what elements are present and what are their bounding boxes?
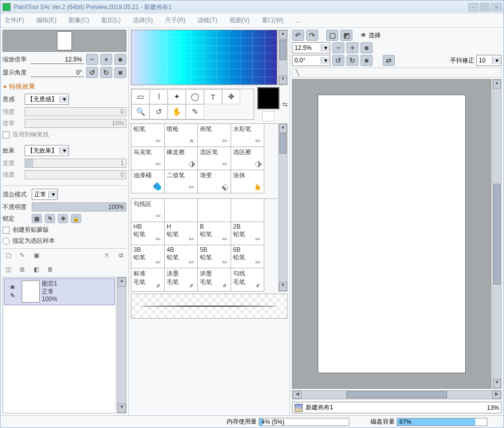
brush-item[interactable]: 5B 铅笔✎ <box>198 245 231 268</box>
menu-filter[interactable]: 滤镜(T) <box>197 16 217 25</box>
eye-icon[interactable]: 👁 <box>361 32 367 39</box>
brush-item[interactable]: 6B 铅笔✎ <box>231 245 264 268</box>
brush-item[interactable]: 选区擦◪ <box>231 147 264 170</box>
brush-item[interactable]: 渐变◧ <box>198 170 231 193</box>
canvas-tab[interactable]: 新建画布1 13% <box>292 402 501 413</box>
zoom-reset-button[interactable]: ■ <box>114 54 126 65</box>
zoom-out-button[interactable]: − <box>86 54 98 65</box>
brush-item[interactable]: 浓墨 毛笔✒ <box>198 268 231 292</box>
color-swatch-bg[interactable] <box>262 111 274 121</box>
text-tool[interactable]: T <box>204 89 222 104</box>
brush-item[interactable] <box>231 199 264 222</box>
brush-item[interactable] <box>198 199 231 222</box>
zoom-in-button-2[interactable]: + <box>346 42 358 53</box>
angle-combo[interactable]: 0.0°▾ <box>292 55 330 66</box>
stabilizer-combo[interactable]: 10▾ <box>476 55 501 66</box>
clear-button[interactable]: ◧ <box>32 265 41 274</box>
merge-button[interactable]: ⧉ <box>116 251 125 260</box>
opacity-slider[interactable]: 100% <box>32 202 126 211</box>
maximize-button[interactable]: ☐ <box>480 3 490 11</box>
brush-item[interactable]: B 铅笔✎ <box>198 222 231 245</box>
rotate-tool[interactable]: ↺ <box>150 104 168 119</box>
brush-item[interactable]: 勾线区✎ <box>131 199 165 222</box>
undo-button[interactable]: ↶ <box>292 30 304 41</box>
rotate-ccw-button-2[interactable]: ↺ <box>332 55 344 66</box>
lock-move-button[interactable]: ✥ <box>58 214 68 223</box>
brush-item[interactable]: H 铅笔✎ <box>165 222 198 245</box>
brush-item[interactable]: 涂抹☝ <box>231 170 264 193</box>
navigator-preview[interactable] <box>3 30 126 52</box>
new-layer-button[interactable]: ▢ <box>4 251 13 260</box>
deselect-button[interactable]: ▢ <box>326 30 338 41</box>
brush-item[interactable]: 二值笔✎ <box>165 170 198 193</box>
brush-item[interactable]: 勾线 毛笔✒ <box>231 268 264 292</box>
angle-reset-button-2[interactable]: ■ <box>361 55 373 66</box>
brush-item[interactable]: 水彩笔✎ <box>231 124 264 147</box>
apply-pen-checkbox[interactable] <box>3 131 10 138</box>
intensity-slider[interactable]: 0 <box>25 107 126 116</box>
brush-item[interactable]: 油漆桶🪣 <box>131 170 165 193</box>
brush-item[interactable]: 橡皮擦◪ <box>165 147 198 170</box>
menu-edit[interactable]: 编辑(E) <box>36 16 56 25</box>
eye-icon[interactable]: 👁 <box>10 284 16 291</box>
zoom-combo[interactable]: 12.5%▾ <box>292 42 330 53</box>
lock-all-button[interactable]: 🔒 <box>71 214 81 223</box>
lasso-tool[interactable]: ⌇ <box>150 89 168 104</box>
angle-reset-button[interactable]: ■ <box>114 67 126 78</box>
clip-checkbox[interactable] <box>3 227 10 234</box>
menu-layer[interactable]: 图层(L) <box>101 16 121 25</box>
zoom-in-button[interactable]: + <box>100 54 112 65</box>
hand-tool[interactable]: ✋ <box>168 104 186 119</box>
menu-file[interactable]: 文件(F) <box>5 16 24 25</box>
canvas-v-scrollbar[interactable]: ▲▼ <box>492 79 501 389</box>
lock-alpha-button[interactable]: ▦ <box>32 214 42 223</box>
brush-scrollbar[interactable]: ▲▼ <box>278 123 287 292</box>
move-tool[interactable]: ✥ <box>222 89 240 104</box>
rotate-cw-button[interactable]: ↻ <box>100 67 112 78</box>
intensity2-slider[interactable]: 0 <box>25 170 126 179</box>
mask-button[interactable]: ◫ <box>4 265 13 274</box>
menu-select[interactable]: 选择(S) <box>133 16 153 25</box>
wand-tool[interactable]: ✦ <box>168 89 186 104</box>
canvas[interactable] <box>318 95 466 373</box>
close-button[interactable]: ✕ <box>491 3 501 11</box>
zoom-tool[interactable]: 🔍 <box>131 104 150 119</box>
brush-item[interactable]: HB 铅笔✎ <box>131 222 165 245</box>
brush-item[interactable]: 2B 铅笔✎ <box>231 222 264 245</box>
angle-value[interactable]: 0° <box>31 68 84 77</box>
delete-layer-button[interactable]: 🗑 <box>46 265 55 274</box>
color-picker[interactable] <box>131 30 277 85</box>
lock-paint-button[interactable]: ✎ <box>45 214 55 223</box>
select-rect-tool[interactable]: ▭ <box>131 89 150 104</box>
rotate-ccw-button[interactable]: ↺ <box>86 67 98 78</box>
menu-window[interactable]: 窗口(W) <box>262 16 283 25</box>
add-mask-button[interactable]: ⊞ <box>18 265 27 274</box>
new-folder-button[interactable]: ▣ <box>32 251 41 260</box>
selsrc-radio[interactable] <box>3 238 10 245</box>
redo-button[interactable]: ↷ <box>306 30 318 41</box>
color-scrollbar[interactable]: ▲▼ <box>278 30 287 85</box>
blend-combo[interactable]: 正常▾ <box>32 189 58 200</box>
brush-item[interactable]: 4B 铅笔✎ <box>165 245 198 268</box>
width-slider[interactable]: 1 <box>25 159 126 168</box>
brush-item[interactable]: 喷枪✈ <box>165 124 198 147</box>
texture-combo[interactable]: 【无质感】▾ <box>25 94 69 105</box>
scale-slider[interactable]: 10% <box>25 119 126 128</box>
color-swatch-fg[interactable] <box>257 87 279 109</box>
menu-more[interactable]: ... <box>296 17 301 24</box>
swap-colors-icon[interactable]: ⇆ <box>282 101 287 108</box>
brush-item[interactable]: 马克笔✎ <box>131 147 165 170</box>
canvas-h-scrollbar[interactable]: ◀▶ <box>292 390 501 399</box>
brush-item[interactable]: 标准 毛笔✒ <box>131 268 165 292</box>
menu-image[interactable]: 图像(C) <box>68 16 89 25</box>
new-vector-button[interactable]: ✎ <box>18 251 27 260</box>
fx-header[interactable]: 特殊效果 <box>3 82 126 91</box>
eyedropper-tool[interactable]: ✎ <box>186 104 204 119</box>
minimize-button[interactable]: ─ <box>468 3 478 11</box>
menu-view[interactable]: 视图(V) <box>230 16 250 25</box>
zoom-value[interactable]: 12.5% <box>31 55 84 64</box>
brush-item[interactable] <box>165 199 198 222</box>
brush-item[interactable]: 淡墨 毛笔✒ <box>165 268 198 292</box>
layer-item[interactable]: 👁 ✎ 图层1 正常 100% <box>4 278 115 305</box>
brush-item[interactable]: 选区笔✎ <box>198 147 231 170</box>
